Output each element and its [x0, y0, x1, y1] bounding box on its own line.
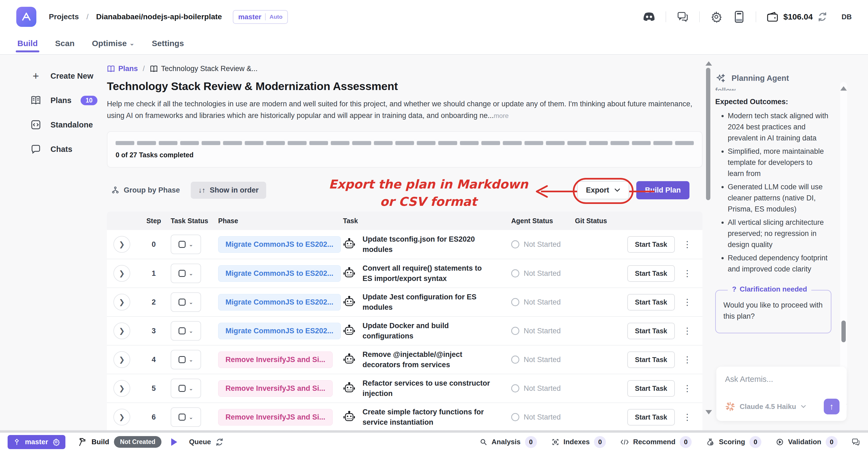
sidebar-item-plans[interactable]: Plans 10 — [30, 95, 106, 106]
play-icon[interactable] — [171, 438, 177, 446]
tab-scan[interactable]: Scan — [55, 39, 74, 52]
breadcrumb-repo[interactable]: Dianababaei/nodejs-api-boilerplate — [96, 12, 222, 21]
expand-row-button[interactable]: ❯ — [114, 380, 130, 397]
metric-analysis[interactable]: Analysis 0 — [480, 436, 537, 448]
kebab-icon[interactable]: ⋮ — [683, 385, 692, 392]
plan-breadcrumb: Plans / Technology Stack Review &... — [107, 65, 703, 73]
chat-icon[interactable] — [676, 10, 689, 23]
start-task-button[interactable]: Start Task — [627, 323, 675, 339]
start-task-button[interactable]: Start Task — [627, 352, 675, 368]
kebab-icon[interactable]: ⋮ — [683, 356, 692, 363]
chat-bubble-icon — [30, 144, 41, 155]
task-status-dropdown[interactable]: ⌄ — [171, 407, 201, 427]
export-button[interactable]: Export — [577, 181, 629, 199]
scroll-up-arrow[interactable] — [706, 61, 712, 66]
sidebar-item-chats[interactable]: Chats — [30, 144, 106, 155]
show-in-order-button[interactable]: ↓↑ Show in order — [191, 182, 266, 199]
robot-icon — [343, 296, 355, 308]
kebab-icon[interactable]: ⋮ — [683, 298, 692, 305]
avatar[interactable]: DB — [841, 13, 852, 21]
task-status-dropdown[interactable]: ⌄ — [171, 234, 201, 254]
breadcrumb-plans-link[interactable]: Plans — [107, 65, 138, 73]
branch-badge[interactable]: master Auto — [233, 10, 288, 24]
gear-icon[interactable] — [52, 438, 60, 446]
docs-panel-icon[interactable] — [733, 10, 745, 23]
phase-pill[interactable]: Migrate CommonJS to ES202... — [218, 265, 341, 282]
expand-row-button[interactable]: ❯ — [114, 294, 130, 311]
plans-count-badge: 10 — [81, 96, 97, 105]
speech-icon[interactable] — [851, 438, 860, 446]
count-badge: 0 — [826, 436, 838, 448]
task-status-dropdown[interactable]: ⌄ — [171, 379, 201, 398]
start-task-button[interactable]: Start Task — [627, 409, 675, 425]
agent-panel-scrollbar[interactable] — [840, 82, 847, 413]
task-status-dropdown[interactable]: ⌄ — [171, 321, 201, 341]
metric-recommend[interactable]: Recommend 0 — [621, 436, 692, 448]
scrollbar-thumb[interactable] — [706, 68, 710, 200]
send-button[interactable]: ↑ — [824, 399, 839, 414]
model-selector[interactable]: Claude 4.5 Haiku — [725, 401, 806, 412]
phase-pill[interactable]: Remove InversifyJS and Si... — [218, 409, 333, 425]
expand-row-button[interactable]: ❯ — [114, 409, 130, 425]
progress-segment — [159, 141, 178, 145]
kebab-icon[interactable]: ⋮ — [683, 270, 692, 277]
phase-pill[interactable]: Remove InversifyJS and Si... — [218, 352, 333, 368]
chevron-down-icon: ⌄ — [189, 385, 193, 392]
metric-validation[interactable]: Validation 0 — [776, 436, 838, 448]
wallet-balance[interactable]: $106.04 — [767, 11, 827, 22]
annotation-text: Export the plan in Markdown or CSV forma… — [321, 176, 536, 211]
expand-row-button[interactable]: ❯ — [114, 351, 130, 368]
kebab-icon[interactable]: ⋮ — [683, 414, 692, 421]
scroll-up-arrow[interactable] — [840, 86, 847, 91]
expand-row-button[interactable]: ❯ — [114, 322, 130, 339]
start-task-button[interactable]: Start Task — [627, 265, 675, 282]
sidebar-item-create-new[interactable]: + Create New — [30, 70, 106, 82]
horizontal-scrollbar[interactable] — [0, 430, 868, 432]
sparkles-icon — [715, 73, 726, 84]
main-scrollbar[interactable] — [706, 61, 711, 422]
kebab-icon[interactable]: ⋮ — [683, 241, 692, 248]
branch-selector[interactable]: master — [8, 435, 65, 449]
metric-indexes[interactable]: Indexes 0 — [552, 436, 606, 448]
count-badge: 0 — [680, 436, 692, 448]
breadcrumb-projects[interactable]: Projects — [49, 12, 79, 21]
phase-pill[interactable]: Remove InversifyJS and Si... — [218, 380, 333, 397]
task-status-dropdown[interactable]: ⌄ — [171, 264, 201, 283]
plan-main: Plans / Technology Stack Review &... Tec… — [107, 55, 703, 430]
build-plan-button[interactable]: Build Plan — [636, 181, 689, 199]
phase-pill[interactable]: Migrate CommonJS to ES202... — [218, 236, 341, 253]
ask-artemis-input[interactable]: Ask Artemis... — [725, 375, 838, 384]
app-logo-icon[interactable] — [16, 7, 36, 27]
settings-gear-icon[interactable] — [710, 10, 722, 23]
group-by-phase-button[interactable]: Group by Phase — [111, 186, 180, 194]
queue-group[interactable]: Queue — [189, 438, 224, 446]
kebab-icon[interactable]: ⋮ — [683, 327, 692, 334]
tab-build[interactable]: Build — [18, 39, 38, 52]
tab-optimise[interactable]: Optimise⌄ — [92, 39, 134, 52]
agent-status: Not Started — [511, 327, 575, 335]
status-circle-icon — [511, 240, 519, 249]
expand-row-button[interactable]: ❯ — [114, 265, 130, 282]
sidebar-item-standalone[interactable]: Standalone — [30, 119, 106, 130]
col-step: Step — [137, 217, 171, 225]
phase-pill[interactable]: Migrate CommonJS to ES202... — [218, 294, 341, 311]
start-task-button[interactable]: Start Task — [627, 294, 675, 311]
progress-segment — [546, 141, 565, 145]
outcome-item: Modern tech stack aligned with 2024 best… — [728, 110, 829, 144]
phase-pill[interactable]: Migrate CommonJS to ES202... — [218, 323, 341, 339]
more-link[interactable]: more — [494, 112, 509, 119]
build-status-group[interactable]: Build Not Created — [77, 436, 161, 448]
clarification-label: ? Clarification needed — [728, 285, 811, 293]
metric-scoring[interactable]: Scoring 0 — [706, 436, 762, 448]
expand-row-button[interactable]: ❯ — [114, 236, 130, 253]
scrollbar-thumb[interactable] — [841, 321, 846, 342]
tab-settings[interactable]: Settings — [152, 39, 184, 52]
git-branch-icon — [13, 438, 21, 446]
progress-segment — [223, 141, 242, 145]
start-task-button[interactable]: Start Task — [627, 236, 675, 253]
task-status-dropdown[interactable]: ⌄ — [171, 350, 201, 369]
task-status-dropdown[interactable]: ⌄ — [171, 292, 201, 312]
start-task-button[interactable]: Start Task — [627, 380, 675, 397]
discord-icon[interactable] — [643, 10, 655, 23]
scroll-down-arrow[interactable] — [706, 410, 712, 414]
